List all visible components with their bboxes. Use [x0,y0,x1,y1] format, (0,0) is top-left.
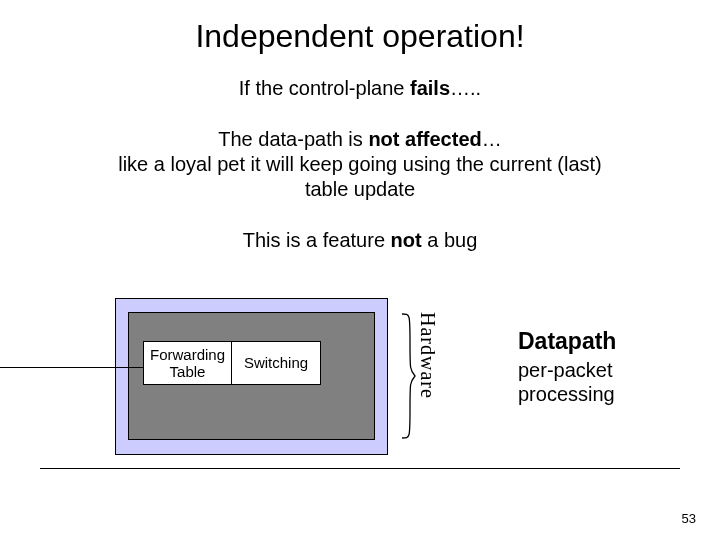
line1-bold: fails [410,77,450,99]
datapath-sub: per-packet processing [518,358,708,406]
input-line [0,367,143,368]
switching-cell: Switching [232,342,320,384]
line2-pre: The data-path is [218,128,368,150]
hardware-label: Hardware [415,312,439,440]
body-line-3: like a loyal pet it will keep going usin… [0,153,720,176]
horizontal-rule [40,468,680,469]
diagram-area: Forwarding Table Switching Hardware Data… [0,298,720,483]
forwarding-table-cell: Forwarding Table [144,342,232,384]
intro-line-1: If the control-plane fails….. [0,77,720,100]
datapath-block: Datapath per-packet processing [518,328,708,406]
slide-title: Independent operation! [0,0,720,55]
line1-post: ….. [450,77,481,99]
line5-pre: This is a feature [243,229,391,251]
line1-pre: If the control-plane [239,77,410,99]
line5-bold: not [391,229,422,251]
line2-bold: not affected [368,128,481,150]
line2-post: … [482,128,502,150]
line5-post: a bug [422,229,478,251]
curly-brace-icon [398,312,416,440]
cells-container: Forwarding Table Switching [143,341,321,385]
datapath-title: Datapath [518,328,708,355]
feature-line: This is a feature not a bug [0,229,720,252]
page-number: 53 [682,511,696,526]
body-line-2: The data-path is not affected… [0,128,720,151]
body-line-4: table update [0,178,720,201]
